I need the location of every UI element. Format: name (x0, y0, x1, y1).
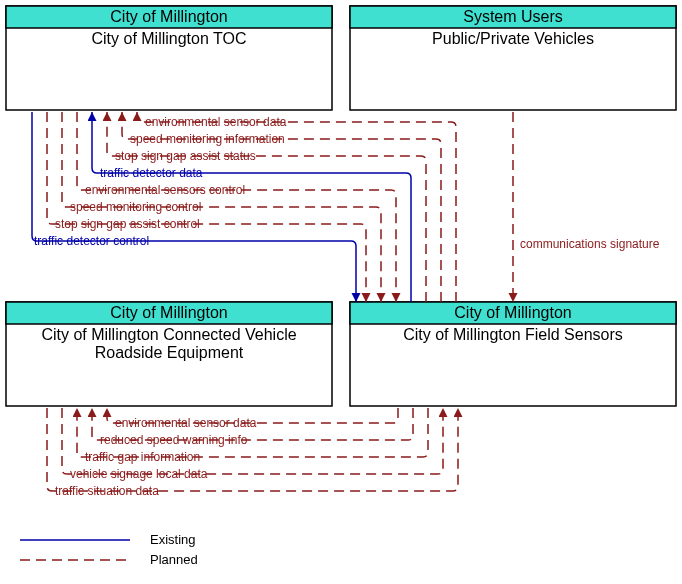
node-toc-title: City of Millington TOC (91, 30, 246, 47)
legend-existing: Existing (150, 532, 196, 547)
svg-text:environmental sensor data: environmental sensor data (145, 115, 287, 129)
svg-text:vehicle signage local data: vehicle signage local data (70, 467, 208, 481)
node-vehicles[interactable]: System Users Public/Private Vehicles (350, 6, 676, 110)
node-vehicles-owner: System Users (463, 8, 563, 25)
node-roadside-title: City of Millington Connected Vehicle (41, 326, 296, 343)
node-sensors[interactable]: City of Millington City of Millington Fi… (350, 302, 676, 406)
svg-text:communications signature: communications signature (520, 237, 660, 251)
node-sensors-owner: City of Millington (454, 304, 571, 321)
svg-text:environmental sensor data: environmental sensor data (115, 416, 257, 430)
legend-planned: Planned (150, 552, 198, 567)
svg-text:stop sign gap assist status: stop sign gap assist status (115, 149, 256, 163)
node-toc[interactable]: City of Millington City of Millington TO… (6, 6, 332, 110)
svg-text:speed monitoring control: speed monitoring control (70, 200, 201, 214)
svg-text:traffic situation data: traffic situation data (55, 484, 159, 498)
svg-text:reduced speed warning info: reduced speed warning info (100, 433, 248, 447)
node-sensors-title: City of Millington Field Sensors (403, 326, 623, 343)
node-roadside-title2: Roadside Equipment (95, 344, 244, 361)
node-roadside-owner: City of Millington (110, 304, 227, 321)
svg-text:stop sign gap assist control: stop sign gap assist control (55, 217, 200, 231)
flow-comm-signature: communications signature (513, 112, 660, 302)
svg-text:traffic detector data: traffic detector data (100, 166, 203, 180)
legend: Existing Planned (20, 532, 198, 567)
node-vehicles-title: Public/Private Vehicles (432, 30, 594, 47)
node-toc-owner: City of Millington (110, 8, 227, 25)
architecture-diagram: City of Millington City of Millington TO… (0, 0, 682, 584)
svg-text:speed monitoring information: speed monitoring information (130, 132, 285, 146)
flow-env-sensor-data-bottom: environmental sensor data (107, 408, 398, 430)
svg-text:environmental sensors control: environmental sensors control (85, 183, 245, 197)
svg-text:traffic gap information: traffic gap information (85, 450, 200, 464)
node-roadside[interactable]: City of Millington City of Millington Co… (6, 302, 332, 406)
svg-text:traffic detector control: traffic detector control (34, 234, 149, 248)
